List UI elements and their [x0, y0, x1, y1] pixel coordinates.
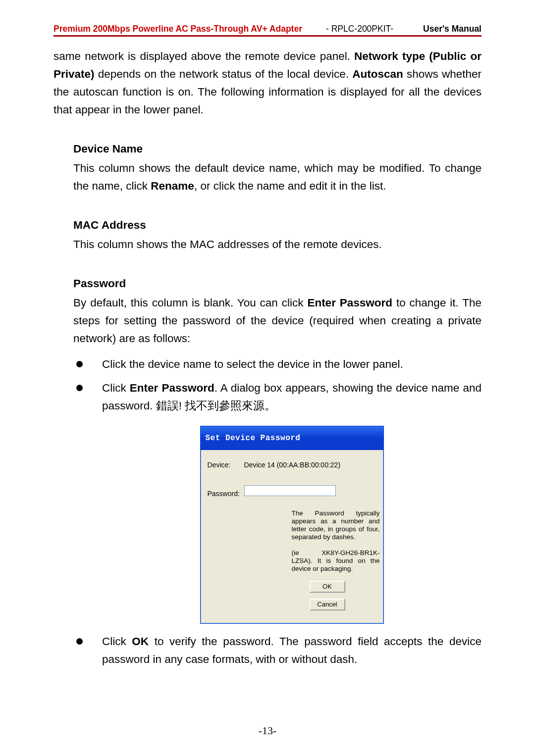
- dialog-title: Set Device Password: [201, 426, 383, 450]
- button-row: OK: [310, 581, 380, 599]
- body-content: same network is displayed above the remo…: [54, 48, 482, 668]
- li1-text: Click the device name to select the devi…: [102, 358, 403, 370]
- header-product: Premium 200Mbps Powerline AC Pass-Throug…: [54, 25, 302, 34]
- li2-b1: Enter Password: [130, 382, 214, 394]
- hint-2: (ie XK8Y-GH26-BR1K-LZSA). It is found on…: [292, 549, 380, 573]
- password-label: Password:: [208, 485, 244, 503]
- dn-t2: , or click the name and edit it in the l…: [194, 180, 386, 192]
- ok-button[interactable]: OK: [310, 581, 345, 593]
- list-item: Click Enter Password. A dialog box appea…: [73, 379, 482, 624]
- heading-password: Password: [73, 277, 482, 290]
- header-right: User's Manual: [423, 25, 482, 34]
- intro-t1: same network is displayed above the remo…: [54, 50, 354, 62]
- password-body: By default, this column is blank. You ca…: [73, 294, 482, 348]
- list-item: Click OK to verify the password. The pas…: [73, 633, 482, 668]
- page: Premium 200Mbps Powerline AC Pass-Throug…: [0, 0, 535, 756]
- mac-body: This column shows the MAC addresses of t…: [73, 236, 482, 253]
- intro-b2: Autoscan: [352, 68, 403, 80]
- device-name-body: This column shows the default device nam…: [73, 159, 482, 195]
- dialog-body: Device: Device 14 (00:AA:BB:00:00:22) Pa…: [201, 450, 383, 623]
- hint-column: The Password typically appears as a numb…: [292, 509, 380, 616]
- device-label: Device:: [208, 456, 244, 474]
- li2-cjk: 錯誤! 找不到參照來源。: [156, 400, 276, 412]
- header-model-suffix: -: [390, 24, 393, 34]
- header-model-prefix: -: [326, 24, 331, 34]
- li3-b1: OK: [132, 635, 149, 648]
- hint-1: The Password typically appears as a numb…: [292, 509, 380, 541]
- set-password-dialog: Set Device Password Device: Device 14 (0…: [200, 426, 384, 624]
- dialog-device-row: Device: Device 14 (00:AA:BB:00:00:22): [208, 456, 376, 474]
- li3-t1: Click: [102, 635, 132, 648]
- pw-t1: By default, this column is blank. You ca…: [73, 297, 307, 309]
- pw-b1: Enter Password: [307, 297, 392, 309]
- device-value: Device 14 (00:AA:BB:00:00:22): [244, 456, 376, 474]
- header-model-text: RPLC-200PKIT: [331, 24, 391, 34]
- password-steps-list: Click the device name to select the devi…: [54, 355, 482, 668]
- section-mac: MAC Address This column shows the MAC ad…: [54, 219, 482, 253]
- intro-t2: depends on the network status of the loc…: [95, 68, 353, 80]
- dn-b1: Rename: [151, 180, 194, 192]
- password-input-wrap: [244, 485, 376, 503]
- dialog-figure: Set Device Password Device: Device 14 (0…: [200, 426, 384, 624]
- heading-device-name: Device Name: [73, 143, 482, 155]
- li3-t2: to verify the password. The password fie…: [102, 635, 482, 665]
- button-row: Cancel: [310, 599, 380, 616]
- intro-paragraph: same network is displayed above the remo…: [54, 48, 482, 119]
- section-password: Password By default, this column is blan…: [54, 277, 482, 348]
- section-device-name: Device Name This column shows the defaul…: [54, 143, 482, 195]
- heading-mac: MAC Address: [73, 219, 482, 232]
- page-number: -13-: [0, 724, 535, 737]
- header-model: - RPLC-200PKIT-: [326, 25, 393, 34]
- dialog-password-row: Password:: [208, 485, 376, 503]
- cancel-button[interactable]: Cancel: [310, 599, 345, 610]
- password-input[interactable]: [244, 485, 336, 496]
- li2-t1: Click: [102, 382, 130, 394]
- list-item: Click the device name to select the devi…: [73, 355, 482, 373]
- page-header: Premium 200Mbps Powerline AC Pass-Throug…: [54, 25, 482, 34]
- header-rule: [54, 35, 482, 37]
